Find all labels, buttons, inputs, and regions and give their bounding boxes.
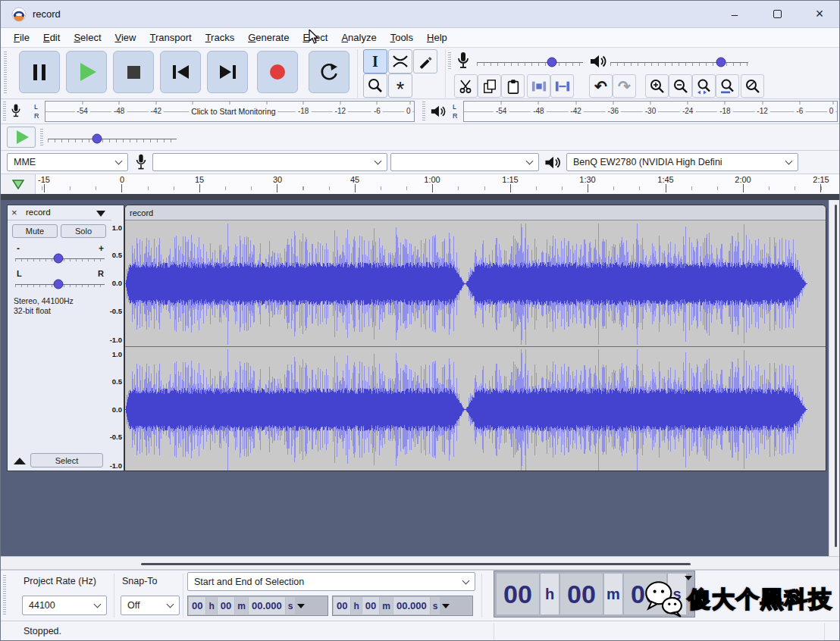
playback-meter[interactable]: -54 -48 -42 -36 -30 -24 -18 -12 -6 0	[463, 101, 838, 122]
recording-meter[interactable]: -54 -48 -42 Click to Start Monitoring -1…	[45, 101, 415, 122]
fit-selection-button[interactable]	[692, 74, 716, 98]
play-speed-slider[interactable]	[48, 128, 177, 146]
zoom-out-button[interactable]	[669, 74, 692, 98]
audacity-window: record – × File Edit Select View Transpo…	[0, 0, 840, 641]
vertical-scrollbar[interactable]	[829, 200, 840, 556]
solo-button[interactable]: Solo	[61, 224, 106, 238]
playback-device-value: BenQ EW2780 (NVIDIA High Defini	[573, 157, 722, 167]
menu-tools[interactable]: Tools	[384, 28, 420, 48]
playback-speaker-icon	[589, 53, 607, 70]
track-format-line1: Stereo, 44100Hz	[14, 296, 74, 305]
zoom-in-button[interactable]	[645, 74, 669, 98]
play-at-speed-button[interactable]	[7, 127, 36, 148]
gain-thumb[interactable]	[53, 254, 63, 264]
copy-button[interactable]	[478, 74, 501, 98]
minimize-button[interactable]: –	[716, 1, 753, 27]
menu-edit[interactable]: Edit	[36, 28, 67, 48]
selection-start-field[interactable]: 00h00m00.000s	[187, 596, 328, 616]
recording-meter-grip[interactable]	[3, 102, 6, 121]
horizontal-scrollbar[interactable]	[1, 556, 840, 570]
gain-slider[interactable]	[15, 249, 105, 264]
close-button[interactable]: ×	[801, 1, 838, 27]
collapse-track-icon[interactable]	[14, 458, 26, 464]
playback-device-select[interactable]: BenQ EW2780 (NVIDIA High Defini	[566, 153, 798, 171]
maximize-button[interactable]	[759, 1, 795, 27]
transport-toolbar-grip[interactable]	[4, 52, 7, 94]
cut-button[interactable]	[454, 74, 478, 98]
scrub-bar[interactable]	[1, 194, 840, 200]
menu-help[interactable]: Help	[420, 28, 454, 48]
menu-select[interactable]: Select	[67, 28, 108, 48]
loop-button[interactable]	[309, 51, 349, 93]
playback-volume-slider[interactable]	[610, 52, 748, 69]
timeline-ruler[interactable]: -15 0 15 30 45 1:00 1:15 1:30 1:45 2:00 …	[1, 174, 840, 200]
volume-toolbar-grip[interactable]	[448, 52, 451, 70]
multi-tool-button[interactable]: *	[388, 73, 412, 98]
clip-header[interactable]: record	[125, 205, 826, 220]
track-area[interactable]: × record Mute Solo - + L R Stereo, 44100…	[1, 200, 840, 556]
recording-device-select[interactable]	[152, 153, 387, 171]
track-menu-dropdown-icon[interactable]	[96, 211, 105, 217]
menu-analyze[interactable]: Analyze	[334, 28, 383, 48]
skip-to-end-button[interactable]	[207, 51, 248, 93]
pause-button[interactable]	[19, 51, 60, 93]
envelope-tool-button[interactable]	[388, 49, 412, 73]
zoom-toggle-button[interactable]	[741, 74, 764, 98]
menu-generate[interactable]: Generate	[241, 28, 296, 48]
menu-file[interactable]: File	[7, 28, 36, 48]
playback-volume-thumb[interactable]	[716, 57, 726, 67]
silence-audio-button[interactable]	[550, 74, 574, 98]
zoom-tool-button[interactable]	[363, 73, 387, 98]
audio-host-select[interactable]: MME	[7, 153, 128, 171]
selection-toolbar-grip[interactable]	[3, 575, 6, 616]
undo-button[interactable]: ↶	[589, 74, 613, 98]
pan-slider[interactable]	[15, 275, 105, 290]
vertical-scrollbar-thumb[interactable]	[835, 205, 837, 547]
paste-button[interactable]	[501, 74, 525, 98]
fit-selection-icon	[696, 78, 713, 95]
snap-to-select[interactable]: Off	[121, 596, 180, 615]
audio-clip[interactable]: record	[124, 205, 826, 471]
play-button[interactable]	[66, 51, 107, 93]
timeline-pin-button[interactable]	[1, 174, 36, 194]
track-select-button[interactable]: Select	[30, 453, 103, 467]
trim-audio-button[interactable]	[527, 74, 550, 98]
time-format-dropdown-icon[interactable]	[297, 604, 305, 608]
redo-button[interactable]: ↷	[613, 74, 636, 98]
stop-button[interactable]	[113, 51, 154, 93]
undo-icon: ↶	[594, 79, 607, 94]
waveform-right-channel[interactable]	[125, 347, 826, 471]
skip-to-start-button[interactable]	[160, 51, 201, 93]
title-bar[interactable]: record – ×	[1, 1, 840, 28]
monitor-text[interactable]: Click to Start Monitoring	[189, 108, 277, 116]
draw-tool-button[interactable]	[413, 49, 437, 73]
speed-toolbar-grip[interactable]	[40, 129, 43, 145]
time-format-dropdown-icon[interactable]	[442, 604, 450, 608]
timeline-scale[interactable]: -15 0 15 30 45 1:00 1:15 1:30 1:45 2:00 …	[36, 174, 840, 194]
playback-meter-grip[interactable]	[422, 102, 425, 121]
waveform-left-channel[interactable]	[125, 221, 826, 346]
redo-icon: ↷	[618, 79, 631, 94]
asterisk-icon: *	[396, 86, 405, 93]
play-speed-thumb[interactable]	[92, 133, 102, 143]
mute-button[interactable]: Mute	[12, 224, 58, 238]
track-name[interactable]: record	[26, 208, 51, 217]
recording-volume-slider[interactable]	[477, 52, 583, 69]
selection-mode-select[interactable]: Start and End of Selection	[187, 572, 475, 591]
menu-view[interactable]: View	[108, 28, 143, 48]
copy-icon	[482, 79, 497, 94]
selection-tool-button[interactable]: I	[363, 49, 387, 73]
selection-end-field[interactable]: 00h00m00.000s	[332, 596, 473, 616]
project-rate-select[interactable]: 44100	[22, 596, 107, 615]
recording-volume-thumb[interactable]	[547, 57, 557, 67]
record-button[interactable]	[257, 51, 298, 93]
track-close-button[interactable]: ×	[11, 207, 17, 218]
menu-tracks[interactable]: Tracks	[199, 28, 242, 48]
clip-title: record	[130, 208, 153, 217]
recording-channels-select[interactable]	[390, 153, 539, 171]
zoom-in-icon	[649, 78, 666, 95]
horizontal-scrollbar-thumb[interactable]	[141, 563, 691, 565]
fit-project-button[interactable]	[716, 74, 739, 98]
pan-thumb[interactable]	[53, 280, 63, 289]
menu-transport[interactable]: Transport	[143, 28, 198, 48]
